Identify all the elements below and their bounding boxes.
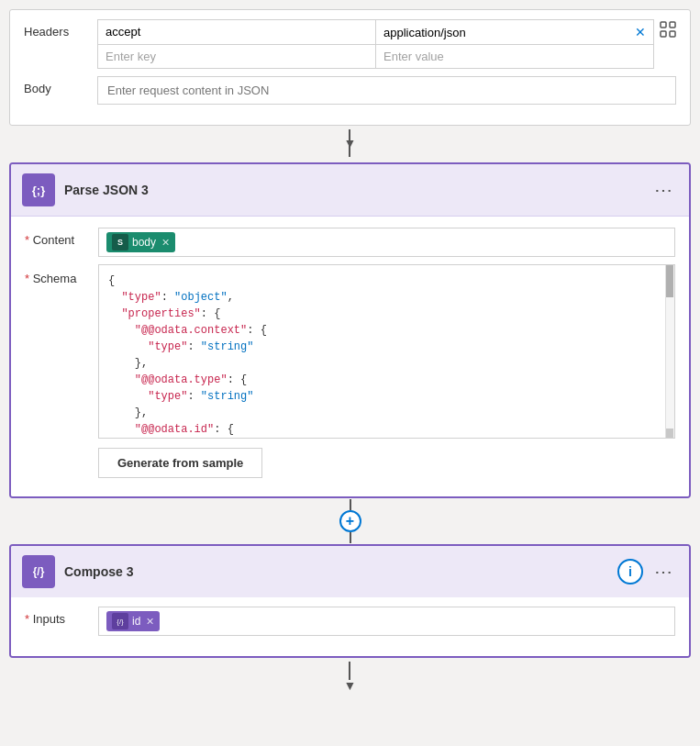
inputs-token-close[interactable]: ✕ <box>146 616 154 628</box>
compose-info-button[interactable]: i <box>617 559 643 585</box>
svg-rect-0 <box>661 22 666 28</box>
generate-from-sample-button[interactable]: Generate from sample <box>98 448 262 478</box>
schema-field-content: { "type": "object", "properties": { "@@o… <box>98 264 675 478</box>
content-token-chip: S body ✕ <box>106 232 175 252</box>
content-token-close[interactable]: ✕ <box>161 237 170 249</box>
plus-connector: + <box>9 498 691 544</box>
arrow-connector-1: ▼ <box>9 126 691 162</box>
parse-json-menu-dots: ⋯ <box>654 179 674 201</box>
headers-label: Headers <box>24 19 97 39</box>
plus-circle-button[interactable]: + <box>339 510 361 532</box>
svg-rect-3 <box>670 31 675 37</box>
parse-json-card: {;} Parse JSON 3 ⋯ Content S body <box>9 162 691 498</box>
header-grid-icon[interactable] <box>660 21 676 38</box>
compose-card: {/} Compose 3 i ⋯ Inputs {/} <box>9 544 691 658</box>
compose-icon: {/} <box>22 555 55 588</box>
parse-json-icon-label: {;} <box>32 184 45 197</box>
compose-header: {/} Compose 3 i ⋯ <box>11 546 689 597</box>
header-delete-button[interactable]: ✕ <box>635 25 646 39</box>
body-input[interactable] <box>97 76 676 105</box>
header-filled-row: accept application/json ✕ <box>98 20 653 45</box>
compose-body: Inputs {/} id ✕ <box>11 597 689 656</box>
compose-menu-button[interactable]: ⋯ <box>650 561 678 583</box>
header-value-text: application/json <box>383 26 466 39</box>
headers-field-row: Headers accept application/json ✕ <box>24 19 676 69</box>
compose-menu-dots: ⋯ <box>654 561 674 583</box>
parse-json-title: Parse JSON 3 <box>64 183 650 197</box>
inputs-field-content: {/} id ✕ <box>98 607 675 636</box>
schema-scrollbar[interactable] <box>665 265 674 438</box>
header-value-cell: application/json ✕ <box>376 20 653 44</box>
plus-line-bottom <box>350 532 351 543</box>
parse-json-body: Content S body ✕ Schema <box>11 217 689 496</box>
parse-json-header: {;} Parse JSON 3 ⋯ <box>11 164 689 217</box>
content-field-row: Content S body ✕ <box>25 228 675 257</box>
bottom-arrow-head: ▼ <box>344 678 357 693</box>
headers-content: accept application/json ✕ Enter key Ente… <box>97 19 676 69</box>
content-label: Content <box>25 228 98 247</box>
headers-wrapper: accept application/json ✕ Enter key Ente… <box>97 19 676 69</box>
schema-editor[interactable]: { "type": "object", "properties": { "@@o… <box>98 264 675 439</box>
inputs-label: Inputs <box>25 607 98 626</box>
schema-content: { "type": "object", "properties": { "@@o… <box>108 273 665 438</box>
info-icon: i <box>628 564 632 579</box>
inputs-token-chip: {/} id ✕ <box>106 611 160 631</box>
inputs-token-icon: {/} <box>112 613 128 629</box>
svg-rect-1 <box>670 22 675 28</box>
bottom-arrow-connector: ▼ <box>9 662 691 693</box>
schema-scrollbar-thumb <box>666 265 673 297</box>
parse-json-icon: {;} <box>22 173 55 206</box>
page-container: Headers accept application/json ✕ <box>0 0 700 711</box>
plus-line-top <box>350 499 351 510</box>
inputs-token-input[interactable]: {/} id ✕ <box>98 607 675 636</box>
body-field-row: Body <box>24 76 676 105</box>
schema-label: Schema <box>25 264 98 285</box>
http-request-card: Headers accept application/json ✕ <box>9 9 691 126</box>
content-field-content: S body ✕ <box>98 228 675 257</box>
header-side-icons <box>660 19 676 38</box>
header-empty-row: Enter key Enter value <box>98 45 653 68</box>
parse-json-menu-button[interactable]: ⋯ <box>650 179 678 201</box>
headers-container: accept application/json ✕ Enter key Ente… <box>97 19 654 69</box>
inputs-token-text: id <box>132 615 140 628</box>
schema-field-row: Schema { "type": "object", "properties":… <box>25 264 675 478</box>
content-token-input[interactable]: S body ✕ <box>98 228 675 257</box>
compose-title: Compose 3 <box>64 564 617 579</box>
content-token-text: body <box>132 236 156 249</box>
schema-scrollbar-bottom <box>666 429 673 438</box>
svg-rect-2 <box>661 31 666 37</box>
body-content <box>97 76 676 105</box>
arrow-line-1 <box>349 129 350 157</box>
header-key-cell[interactable]: accept <box>98 20 376 44</box>
bottom-arrow-line <box>349 662 350 680</box>
header-value-placeholder[interactable]: Enter value <box>376 45 653 68</box>
body-label: Body <box>24 76 97 95</box>
inputs-field-row: Inputs {/} id ✕ <box>25 607 675 636</box>
content-token-icon: S <box>112 234 128 251</box>
compose-icon-label: {/} <box>33 565 45 578</box>
header-key-placeholder[interactable]: Enter key <box>98 45 376 68</box>
plus-icon: + <box>346 513 354 529</box>
